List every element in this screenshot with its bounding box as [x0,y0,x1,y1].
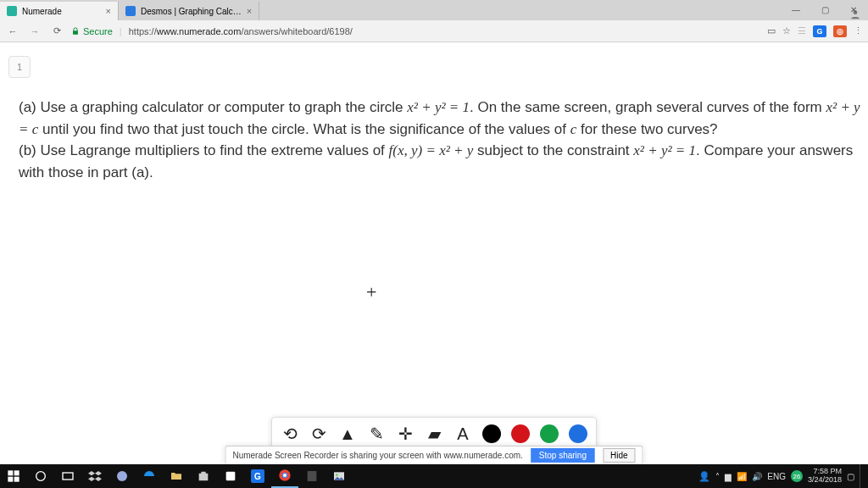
notification-badge[interactable]: 26 [791,470,803,482]
taskbar-left: G [0,464,353,488]
text-b-2: subject to the constraint [473,142,633,158]
url-display[interactable]: https://www.numerade.com/answers/whitebo… [129,26,353,36]
list-icon[interactable]: ☰ [798,25,806,36]
bookmark-star-icon[interactable]: ☆ [782,25,791,36]
color-red[interactable] [511,424,530,443]
taskbar-app-explorer[interactable] [163,464,190,488]
svg-rect-2 [14,470,19,475]
tab-title: Desmos | Graphing Calc… [141,7,242,16]
cortana-button[interactable] [27,464,54,488]
page-content: 1 (a) Use a graphing calculator or compu… [0,42,868,464]
close-icon[interactable]: × [106,6,111,16]
math-circle: x² + y² = 1 [407,99,470,115]
taskbar-app-paint[interactable] [326,464,353,488]
taskbar-app-sublime[interactable] [298,464,326,488]
edge-icon [142,469,156,483]
dropbox-icon [88,469,102,483]
add-tool[interactable]: ✛ [396,424,415,444]
action-center-icon[interactable]: ▢ [847,472,854,481]
color-green[interactable] [540,424,559,443]
color-black[interactable] [482,424,501,443]
text-a-4: for these two curves? [576,121,717,137]
url-path: /answers/whiteboard/6198/ [241,26,352,36]
problem-text: (a) Use a graphing calculator or compute… [19,97,865,183]
whiteboard-page-1[interactable]: 1 [8,56,31,78]
clock-date: 3/24/2018 [808,476,842,485]
text-a-1: (a) Use a graphing calculator or compute… [19,99,407,115]
extension-o-icon[interactable]: ◎ [833,25,847,37]
secure-indicator[interactable]: Secure [71,26,113,36]
taskview-icon [61,469,75,483]
circle-icon [34,469,47,483]
taskbar-app-snip[interactable] [217,464,244,488]
tray-chevron-icon[interactable]: ˄ [715,472,720,481]
close-button[interactable]: ✕ [839,0,868,19]
volume-icon[interactable]: 🔊 [752,472,762,481]
image-icon [332,469,346,483]
svg-point-7 [117,471,127,481]
start-button[interactable] [0,464,27,488]
redo-button[interactable]: ⟳ [309,424,328,444]
browser-tab-desmos[interactable]: Desmos | Graphing Calc… × [119,2,259,20]
g-badge-icon: G [251,469,264,483]
menu-button[interactable]: ⋮ [854,25,863,36]
svg-point-5 [36,472,46,481]
text-b-1: (b) Use Lagrange multipliers to find the… [19,142,389,158]
maximize-button[interactable]: ▢ [810,0,839,19]
cast-icon[interactable]: ▭ [767,25,776,36]
math-f: f(x, y) = x² + y [389,142,474,158]
language-indicator[interactable]: ENG [767,472,786,481]
lock-icon [71,27,80,36]
taskbar-app-chrome[interactable] [271,464,298,488]
back-button[interactable]: ← [5,26,20,36]
extension-g-icon[interactable]: G [813,25,826,37]
text-tool[interactable]: A [453,424,472,444]
shape-tool[interactable]: ▰ [425,424,443,444]
color-blue[interactable] [569,424,587,443]
taskbar-clock[interactable]: 7:58 PM 3/24/2018 [808,468,842,485]
taskbar-app-dropbox[interactable] [81,464,108,488]
show-desktop-button[interactable] [860,464,863,488]
pointer-tool[interactable]: ▲ [338,424,357,444]
close-icon[interactable]: × [247,6,252,16]
taskbar-app-g[interactable]: G [244,464,271,488]
screen-share-banner: Numerade Screen Recorder is sharing your… [225,446,643,464]
people-icon[interactable]: 👤 [698,471,710,482]
battery-icon[interactable]: ▆ [725,472,732,481]
text-a-3: until you find two that just touch the c… [38,121,570,137]
share-status-text: Numerade Screen Recorder is sharing your… [232,451,522,460]
svg-rect-12 [308,471,317,481]
taskbar-app-store[interactable] [190,464,217,488]
sublime-icon [305,469,319,483]
minimize-button[interactable]: — [782,0,810,19]
windows-icon [7,469,20,483]
task-view-button[interactable] [54,464,81,488]
secure-label: Secure [83,26,113,36]
svg-rect-1 [8,470,13,475]
svg-point-14 [336,474,338,476]
snip-icon [224,469,237,483]
wifi-icon[interactable]: 📶 [737,472,747,481]
reload-button[interactable]: ⟳ [49,25,64,36]
window-controls: — ▢ ✕ [782,0,868,19]
folder-icon [170,469,183,483]
browser-tab-numerade[interactable]: Numerade × [0,2,119,20]
svg-rect-4 [14,477,19,482]
cursor-crosshair-icon: + [366,281,376,303]
url-scheme: https:// [129,26,157,36]
text-a-2: . On the same screen, graph several curv… [470,99,826,115]
address-bar: ← → ⟳ Secure | https://www.numerade.com/… [0,20,868,42]
hide-sharing-button[interactable]: Hide [603,448,636,463]
pen-tool[interactable]: ✎ [367,424,386,444]
taskbar-app-edge[interactable] [136,464,163,488]
taskbar-app-ie[interactable] [108,464,136,488]
undo-button[interactable]: ⟲ [281,424,299,444]
favicon-numerade [7,6,17,16]
forward-button[interactable]: → [27,26,42,36]
favicon-desmos [125,6,136,16]
tab-title: Numerade [22,7,62,16]
system-tray: 👤 ˄ ▆ 📶 🔊 ENG 26 7:58 PM 3/24/2018 ▢ [698,464,868,488]
windows-taskbar: G 👤 ˄ ▆ 📶 🔊 ENG 26 7:58 PM 3/24/2018 ▢ [0,464,868,488]
toolbar-right: ▭ ☆ ☰ G ◎ ⋮ [767,25,863,37]
stop-sharing-button[interactable]: Stop sharing [531,448,594,463]
